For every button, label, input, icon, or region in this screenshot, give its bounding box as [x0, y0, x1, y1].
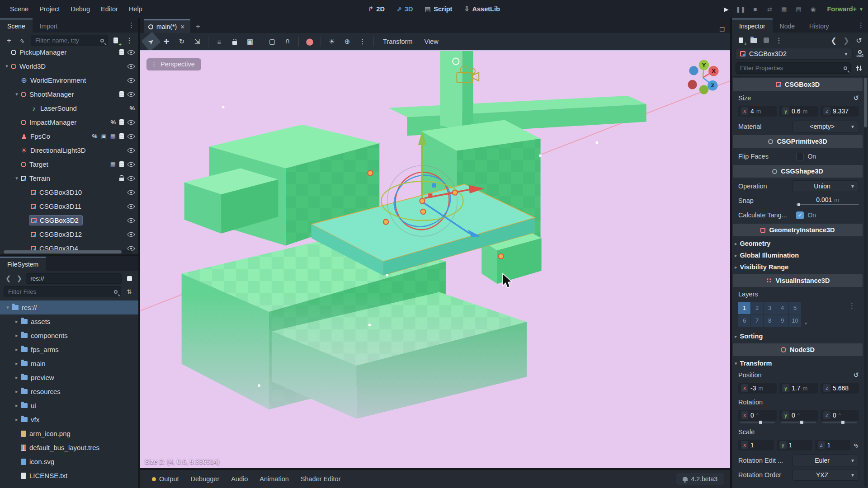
slot-icon[interactable]: ▣	[101, 133, 106, 140]
viewport-menu-transform[interactable]: Transform	[377, 36, 418, 47]
expander-icon[interactable]: ▸	[13, 333, 21, 338]
visibility-eye-icon[interactable]	[127, 120, 135, 125]
expander-icon[interactable]: ▸	[13, 403, 21, 408]
renderer-selector[interactable]: Forward+ ▼	[827, 5, 863, 13]
visibility-eye-icon[interactable]	[127, 204, 135, 209]
expander-icon[interactable]: ▸	[13, 347, 21, 352]
bottom-tab-animation[interactable]: Animation	[254, 473, 294, 485]
tab-scene[interactable]: Scene	[0, 19, 33, 33]
viewport-3d[interactable]: Y X Z ⋮ Perspective Size Z: (4, 0.6, 9.3…	[140, 50, 730, 468]
fs-item-preview[interactable]: ▸preview	[0, 371, 138, 385]
history-back-button[interactable]: ❮	[828, 35, 839, 46]
play-scene-button[interactable]: ▦	[777, 3, 791, 15]
context-tab-assetlib[interactable]: ⇩AssetLib	[459, 4, 504, 14]
unique-name-badge-icon[interactable]: %	[129, 105, 135, 112]
clapper-icon[interactable]: ▦	[110, 133, 116, 140]
tab-filesystem[interactable]: FileSystem	[0, 257, 46, 271]
snap-toggle-button[interactable]: ∪	[280, 35, 295, 48]
section-header-visualinstance3d[interactable]: ∷VisualInstance3D	[733, 274, 863, 287]
layer-cell-7[interactable]: 7	[751, 314, 763, 327]
vector-field-x[interactable]: x0°	[738, 410, 777, 421]
context-tab-script[interactable]: ▤Script	[420, 4, 457, 14]
checkbox[interactable]	[796, 153, 804, 160]
tree-node-fpsco[interactable]: ♟FpsCo%▣▦	[0, 129, 138, 143]
script-badge-icon[interactable]	[119, 91, 124, 97]
visibility-eye-icon[interactable]	[127, 190, 135, 195]
filesystem-filter-input[interactable]	[4, 286, 121, 297]
rotation-slider[interactable]	[740, 422, 775, 423]
preview-extra-button[interactable]: ⋮	[355, 35, 370, 48]
property-tools-button[interactable]	[854, 63, 864, 74]
script-badge-icon[interactable]	[119, 49, 124, 55]
layer-cell-1[interactable]: 1	[738, 302, 750, 314]
visibility-eye-icon[interactable]	[127, 232, 135, 237]
fs-item-vfx[interactable]: ▸vfx	[0, 413, 138, 427]
tab-history[interactable]: History	[802, 19, 836, 33]
scene-tree-menu-button[interactable]: ⋮	[124, 35, 135, 46]
group-visibility-range[interactable]: ▸Visibility Range	[732, 261, 863, 273]
menu-help[interactable]: Help	[123, 3, 148, 15]
tree-node-pickupmanager[interactable]: PickupManager	[0, 48, 138, 59]
bottom-tab-shader-editor[interactable]: Shader Editor	[295, 473, 346, 485]
instance-scene-button[interactable]: ∞	[15, 33, 30, 48]
fs-item-license-txt[interactable]: LICENSE.txt	[0, 469, 138, 483]
section-header-csgbox3d[interactable]: CSGBox3D	[733, 78, 863, 91]
tree-node-csgbox3d11[interactable]: CSGBox3D11	[0, 199, 138, 213]
visibility-eye-icon[interactable]	[127, 134, 135, 139]
group-sorting[interactable]: ▸Sorting	[732, 330, 863, 342]
group-global-illumination[interactable]: ▸Global Illumination	[732, 249, 863, 261]
vector-field-z[interactable]: z0°	[821, 410, 859, 421]
rotation-slider[interactable]	[781, 422, 816, 423]
save-resource-button[interactable]	[761, 35, 772, 46]
selected-node-highlight[interactable]: CSGBox3D2	[29, 215, 83, 225]
revert-icon[interactable]: ↺	[853, 94, 859, 102]
dropdown-rotation-edit-[interactable]: Euler▼	[793, 455, 859, 466]
expander-icon[interactable]: ▸	[13, 417, 21, 422]
layer-cell-10[interactable]: 10	[789, 314, 801, 327]
unique-name-badge-icon[interactable]: %	[110, 119, 116, 126]
expander-icon[interactable]: ▾	[13, 175, 21, 181]
movie-writer-button[interactable]: ◉	[806, 3, 820, 15]
tab-import[interactable]: Import	[33, 19, 65, 33]
scene-dock-menu[interactable]: ⋮	[124, 21, 138, 29]
scale-tool-button[interactable]: ⇲	[190, 35, 204, 48]
fs-item-resources[interactable]: ▸resources	[0, 385, 138, 399]
expander-icon[interactable]: ▸	[13, 389, 21, 394]
visibility-eye-icon[interactable]	[127, 50, 135, 55]
bottom-tab-audio[interactable]: Audio	[226, 473, 253, 485]
fs-item-res-[interactable]: ▾res://	[0, 300, 138, 314]
tree-node-terrain[interactable]: ▾Terrain	[0, 171, 138, 185]
lock-node-button[interactable]	[227, 35, 242, 48]
vector-field-y[interactable]: y1.7m	[779, 383, 818, 394]
tree-node-csgbox3d2[interactable]: CSGBox3D2	[0, 213, 138, 227]
preview-sun-button[interactable]: ☀	[325, 35, 339, 48]
fs-item-icon-svg[interactable]: icon.svg	[0, 455, 138, 469]
viewport-menu-view[interactable]: View	[419, 36, 444, 47]
link-scale-icon[interactable]: ∞	[852, 441, 861, 450]
tree-node-worldenvironment[interactable]: ⊕WorldEnvironment	[0, 73, 138, 87]
expander-icon[interactable]: ▾	[13, 91, 21, 97]
new-resource-button[interactable]	[736, 35, 746, 46]
stop-button[interactable]: ■	[748, 3, 762, 15]
play-button[interactable]: ▶	[719, 3, 733, 15]
tree-node-world3d[interactable]: ▾World3D	[0, 59, 138, 73]
vector-field-z[interactable]: z5.668	[821, 383, 859, 394]
list-select-tool-button[interactable]: ≡	[212, 35, 226, 48]
menu-project[interactable]: Project	[34, 3, 65, 15]
bottom-tab-output[interactable]: Output	[146, 473, 184, 485]
section-header-node3d[interactable]: Node3D	[733, 343, 863, 356]
tree-node-csgbox3d12[interactable]: CSGBox3D12	[0, 227, 138, 241]
expander-icon[interactable]: ▸	[13, 375, 21, 380]
layer-cell-5[interactable]: 5	[789, 302, 801, 314]
play-custom-scene-button[interactable]: ▤	[792, 3, 805, 15]
visibility-eye-icon[interactable]	[127, 246, 135, 251]
script-badge-icon[interactable]	[119, 133, 124, 139]
history-forward-button[interactable]: ❯	[841, 35, 852, 46]
nav-forward-button[interactable]: ❯	[15, 274, 24, 282]
tab-node[interactable]: Node	[773, 19, 802, 33]
new-scene-tab-button[interactable]: +	[190, 20, 206, 33]
context-tab-3d[interactable]: ⇗3D	[392, 4, 418, 14]
menu-scene[interactable]: Scene	[5, 3, 34, 15]
split-mode-button[interactable]	[124, 273, 135, 284]
layer-cell-9[interactable]: 9	[776, 314, 788, 327]
